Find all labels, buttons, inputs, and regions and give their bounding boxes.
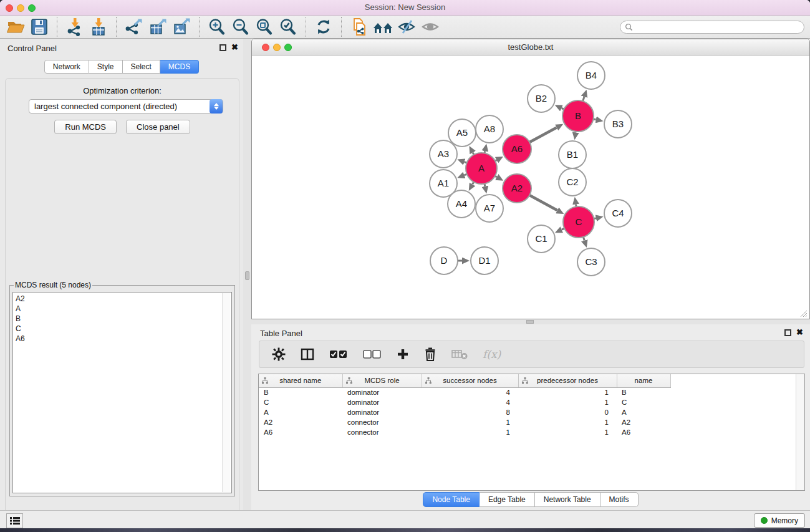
zoom-in-icon[interactable] xyxy=(205,16,229,37)
home-layout-icon[interactable] xyxy=(371,16,395,37)
table-cell[interactable]: connector xyxy=(342,427,422,437)
zoom-selected-icon[interactable] xyxy=(276,16,300,37)
result-item[interactable]: B xyxy=(16,314,231,324)
table-cell[interactable]: 1 xyxy=(518,427,617,437)
table-cell[interactable]: C xyxy=(259,397,342,407)
hide-graphics-icon[interactable] xyxy=(395,16,418,37)
table-cell[interactable]: 1 xyxy=(422,417,518,427)
column-header-successor-nodes[interactable]: successor nodes xyxy=(422,374,518,387)
table-cell[interactable]: A2 xyxy=(617,417,670,427)
search-field[interactable] xyxy=(620,21,804,34)
table-row[interactable]: Adominator80A xyxy=(259,407,670,417)
deselect-all-columns-icon[interactable] xyxy=(363,349,382,359)
import-table-icon[interactable] xyxy=(87,16,110,37)
export-image-icon[interactable] xyxy=(170,16,193,37)
criterion-dropdown[interactable]: largest connected component (directed) xyxy=(29,99,223,114)
table-cell[interactable]: 1 xyxy=(518,397,617,407)
close-panel-button[interactable]: Close panel xyxy=(126,120,190,134)
float-panel-icon[interactable] xyxy=(219,44,226,51)
function-builder-icon[interactable]: f(x) xyxy=(483,348,501,360)
mcds-result-list[interactable]: A2ABCA6 xyxy=(12,292,232,493)
tab-network[interactable]: Network xyxy=(44,60,89,74)
window-resize-grip[interactable] xyxy=(799,309,808,317)
table-row[interactable]: A6connector11A6 xyxy=(259,427,670,437)
result-item[interactable]: C xyxy=(16,324,231,334)
close-panel-icon[interactable]: ✖ xyxy=(231,42,238,52)
table-cell[interactable]: A xyxy=(259,407,342,417)
node-table[interactable]: shared nameMCDS rolesuccessor nodesprede… xyxy=(258,374,805,491)
select-all-columns-icon[interactable] xyxy=(329,349,348,359)
column-header-predecessor-nodes[interactable]: predecessor nodes xyxy=(518,374,617,387)
show-graphics-icon[interactable] xyxy=(418,16,442,37)
export-table-icon[interactable] xyxy=(146,16,170,37)
network-window-titlebar[interactable]: testGlobe.txt xyxy=(252,39,809,56)
column-header-name[interactable]: name xyxy=(617,374,670,387)
result-item[interactable]: A2 xyxy=(16,294,231,304)
node-label-B4: B4 xyxy=(586,70,597,80)
import-network-icon[interactable] xyxy=(63,16,87,37)
network-graph[interactable]: B4B2BB3A5A8A6B1A3AA1C2A2A4A7C4CC1C3DD1 xyxy=(253,56,809,317)
column-header-shared-name[interactable]: shared name xyxy=(259,374,342,387)
result-item[interactable]: A xyxy=(16,304,231,314)
tab-motifs[interactable]: Motifs xyxy=(600,492,639,507)
node-label-B: B xyxy=(575,110,581,121)
vertical-splitter[interactable] xyxy=(243,39,251,510)
table-cell[interactable]: 0 xyxy=(518,407,617,417)
run-mcds-button[interactable]: Run MCDS xyxy=(54,120,117,134)
splitter-grip[interactable] xyxy=(245,271,249,280)
delete-table-icon[interactable] xyxy=(451,349,468,360)
table-cell[interactable]: A6 xyxy=(617,427,670,437)
result-scrollbar[interactable] xyxy=(222,293,230,492)
table-cell[interactable]: B xyxy=(259,387,342,397)
table-cell[interactable]: C xyxy=(617,397,670,407)
zoom-fit-icon[interactable] xyxy=(253,16,276,37)
memory-button[interactable]: Memory xyxy=(754,513,805,528)
show-columns-icon[interactable] xyxy=(301,347,314,361)
tab-edge-table[interactable]: Edge Table xyxy=(480,492,535,507)
save-session-icon[interactable] xyxy=(27,16,51,37)
table-row[interactable]: Bdominator41B xyxy=(259,387,670,397)
table-cell[interactable]: B xyxy=(617,387,670,397)
refresh-view-icon[interactable] xyxy=(312,16,335,37)
add-column-icon[interactable] xyxy=(397,348,409,360)
table-cell[interactable]: 1 xyxy=(518,387,617,397)
table-cell[interactable]: 8 xyxy=(422,407,518,417)
table-cell[interactable]: 4 xyxy=(422,397,518,407)
table-cell[interactable]: A2 xyxy=(259,417,342,427)
horizontal-splitter[interactable] xyxy=(251,319,810,324)
result-item[interactable]: A6 xyxy=(16,334,231,344)
table-settings-icon[interactable] xyxy=(272,347,286,361)
splitter-grip[interactable] xyxy=(526,320,534,324)
table-row[interactable]: Cdominator41C xyxy=(259,397,670,407)
open-file-icon[interactable] xyxy=(4,16,27,37)
zoom-out-icon[interactable] xyxy=(229,16,253,37)
table-cell[interactable]: dominator xyxy=(342,387,422,397)
table-cell[interactable]: 1 xyxy=(518,417,617,427)
table-cell[interactable]: A6 xyxy=(259,427,342,437)
tab-network-table[interactable]: Network Table xyxy=(535,492,600,507)
duplicate-network-icon[interactable] xyxy=(347,16,371,37)
node-label-A6: A6 xyxy=(511,143,523,154)
table-cell[interactable]: A xyxy=(617,407,670,417)
tab-node-table[interactable]: Node Table xyxy=(423,492,480,507)
table-cell[interactable]: 1 xyxy=(422,427,518,437)
delete-column-icon[interactable] xyxy=(424,347,436,361)
table-scrollbar[interactable] xyxy=(796,374,804,490)
column-header-MCDS-role[interactable]: MCDS role xyxy=(342,374,422,387)
tab-select[interactable]: Select xyxy=(123,60,160,74)
edge-A6-B[interactable] xyxy=(529,128,556,143)
network-canvas[interactable]: B4B2BB3A5A8A6B1A3AA1C2A2A4A7C4CC1C3DD1 xyxy=(253,56,809,319)
search-input[interactable] xyxy=(635,22,804,32)
close-panel-icon[interactable]: ✖ xyxy=(796,327,803,337)
tab-mcds[interactable]: MCDS xyxy=(160,60,199,74)
table-cell[interactable]: connector xyxy=(342,417,422,427)
table-cell[interactable]: dominator xyxy=(342,407,422,417)
float-panel-icon[interactable] xyxy=(784,329,791,336)
tab-style[interactable]: Style xyxy=(89,60,123,74)
table-row[interactable]: A2connector11A2 xyxy=(259,417,670,427)
export-network-icon[interactable] xyxy=(122,16,146,37)
task-history-button[interactable] xyxy=(6,513,23,528)
table-cell[interactable]: 4 xyxy=(422,387,518,397)
edge-A2-C[interactable] xyxy=(529,195,557,211)
table-cell[interactable]: dominator xyxy=(342,397,422,407)
